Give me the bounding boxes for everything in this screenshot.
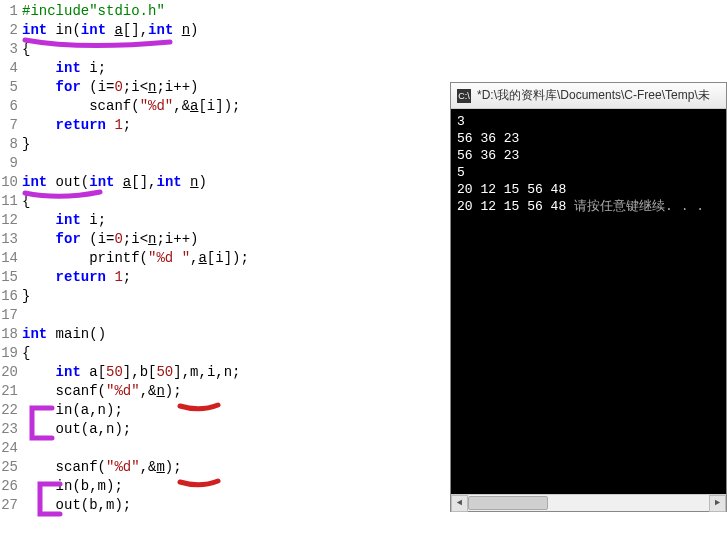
scroll-thumb[interactable]: [468, 496, 548, 510]
code-line[interactable]: 19{: [0, 344, 450, 363]
line-number: 13: [0, 230, 22, 249]
code-content[interactable]: #include"stdio.h": [22, 2, 450, 21]
code-line[interactable]: 9: [0, 154, 450, 173]
code-content[interactable]: }: [22, 287, 450, 306]
console-window: C:\ *D:\我的资料库\Documents\C-Free\Temp\未 35…: [450, 82, 727, 512]
console-line: 20 12 15 56 48 请按任意键继续. . .: [457, 198, 720, 215]
code-content[interactable]: [22, 439, 450, 458]
line-number: 21: [0, 382, 22, 401]
code-content[interactable]: int out(int a[],int n): [22, 173, 450, 192]
line-number: 11: [0, 192, 22, 211]
code-line[interactable]: 23 out(a,n);: [0, 420, 450, 439]
code-line[interactable]: 2int in(int a[],int n): [0, 21, 450, 40]
code-content[interactable]: scanf("%d",&m);: [22, 458, 450, 477]
scroll-right-arrow[interactable]: ►: [709, 495, 726, 512]
line-number: 12: [0, 211, 22, 230]
code-line[interactable]: 16}: [0, 287, 450, 306]
code-line[interactable]: 18int main(): [0, 325, 450, 344]
code-line[interactable]: 1#include"stdio.h": [0, 2, 450, 21]
code-line[interactable]: 15 return 1;: [0, 268, 450, 287]
code-line[interactable]: 10int out(int a[],int n): [0, 173, 450, 192]
code-line[interactable]: 4 int i;: [0, 59, 450, 78]
line-number: 18: [0, 325, 22, 344]
code-line[interactable]: 11{: [0, 192, 450, 211]
horizontal-scrollbar[interactable]: ◄ ►: [451, 494, 726, 511]
code-line[interactable]: 22 in(a,n);: [0, 401, 450, 420]
code-content[interactable]: out(a,n);: [22, 420, 450, 439]
code-content[interactable]: {: [22, 344, 450, 363]
line-number: 27: [0, 496, 22, 515]
line-number: 23: [0, 420, 22, 439]
code-content[interactable]: int in(int a[],int n): [22, 21, 450, 40]
code-content[interactable]: {: [22, 40, 450, 59]
line-number: 3: [0, 40, 22, 59]
code-content[interactable]: }: [22, 135, 450, 154]
console-output[interactable]: 356 36 2356 36 23520 12 15 56 4820 12 15…: [451, 109, 726, 494]
code-content[interactable]: int main(): [22, 325, 450, 344]
code-line[interactable]: 3{: [0, 40, 450, 59]
code-line[interactable]: 25 scanf("%d",&m);: [0, 458, 450, 477]
code-content[interactable]: int i;: [22, 59, 450, 78]
code-content[interactable]: scanf("%d",&a[i]);: [22, 97, 450, 116]
code-content[interactable]: scanf("%d",&n);: [22, 382, 450, 401]
scroll-track[interactable]: [468, 495, 709, 512]
line-number: 6: [0, 97, 22, 116]
line-number: 14: [0, 249, 22, 268]
code-line[interactable]: 12 int i;: [0, 211, 450, 230]
code-content[interactable]: printf("%d ",a[i]);: [22, 249, 450, 268]
console-titlebar[interactable]: C:\ *D:\我的资料库\Documents\C-Free\Temp\未: [451, 83, 726, 109]
console-line: 56 36 23: [457, 130, 720, 147]
code-line[interactable]: 26 in(b,m);: [0, 477, 450, 496]
line-number: 26: [0, 477, 22, 496]
line-number: 2: [0, 21, 22, 40]
code-content[interactable]: for (i=0;i<n;i++): [22, 78, 450, 97]
code-line[interactable]: 24: [0, 439, 450, 458]
code-content[interactable]: out(b,m);: [22, 496, 450, 515]
code-content[interactable]: int a[50],b[50],m,i,n;: [22, 363, 450, 382]
line-number: 17: [0, 306, 22, 325]
line-number: 16: [0, 287, 22, 306]
code-content[interactable]: for (i=0;i<n;i++): [22, 230, 450, 249]
code-line[interactable]: 13 for (i=0;i<n;i++): [0, 230, 450, 249]
console-line: 56 36 23: [457, 147, 720, 164]
line-number: 10: [0, 173, 22, 192]
console-title-text: *D:\我的资料库\Documents\C-Free\Temp\未: [477, 87, 710, 104]
code-content[interactable]: return 1;: [22, 116, 450, 135]
line-number: 19: [0, 344, 22, 363]
scroll-left-arrow[interactable]: ◄: [451, 495, 468, 512]
code-line[interactable]: 5 for (i=0;i<n;i++): [0, 78, 450, 97]
line-number: 1: [0, 2, 22, 21]
line-number: 7: [0, 116, 22, 135]
console-line: 3: [457, 113, 720, 130]
console-line: 5: [457, 164, 720, 181]
code-editor[interactable]: 1#include"stdio.h"2int in(int a[],int n)…: [0, 0, 450, 547]
console-line: 20 12 15 56 48: [457, 181, 720, 198]
code-content[interactable]: return 1;: [22, 268, 450, 287]
code-content[interactable]: [22, 154, 450, 173]
line-number: 24: [0, 439, 22, 458]
code-content[interactable]: int i;: [22, 211, 450, 230]
code-content[interactable]: in(a,n);: [22, 401, 450, 420]
code-line[interactable]: 21 scanf("%d",&n);: [0, 382, 450, 401]
line-number: 9: [0, 154, 22, 173]
code-line[interactable]: 17: [0, 306, 450, 325]
code-content[interactable]: [22, 306, 450, 325]
line-number: 15: [0, 268, 22, 287]
code-content[interactable]: in(b,m);: [22, 477, 450, 496]
code-line[interactable]: 8}: [0, 135, 450, 154]
line-number: 4: [0, 59, 22, 78]
code-line[interactable]: 6 scanf("%d",&a[i]);: [0, 97, 450, 116]
code-line[interactable]: 20 int a[50],b[50],m,i,n;: [0, 363, 450, 382]
code-line[interactable]: 7 return 1;: [0, 116, 450, 135]
line-number: 8: [0, 135, 22, 154]
line-number: 20: [0, 363, 22, 382]
line-number: 22: [0, 401, 22, 420]
code-line[interactable]: 27 out(b,m);: [0, 496, 450, 515]
line-number: 25: [0, 458, 22, 477]
code-line[interactable]: 14 printf("%d ",a[i]);: [0, 249, 450, 268]
console-icon: C:\: [457, 89, 471, 103]
code-content[interactable]: {: [22, 192, 450, 211]
line-number: 5: [0, 78, 22, 97]
